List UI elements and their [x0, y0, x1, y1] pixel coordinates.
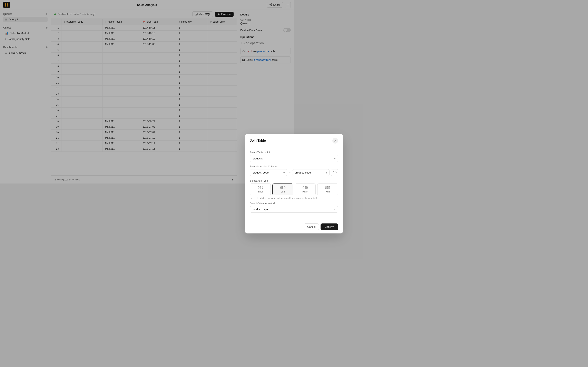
matching-cols-label: Select Matching Columns	[250, 165, 294, 168]
modal-header: Join Table ✕	[245, 134, 294, 147]
modal-body: Select Table to Join products Select Mat…	[245, 147, 294, 184]
modal-overlay: Join Table ✕ Select Table to Join produc…	[0, 0, 294, 184]
table-select-wrapper: products	[250, 155, 294, 162]
join-btn-inner[interactable]: Inner	[250, 184, 271, 184]
col-right-select[interactable]: product_code	[292, 169, 294, 176]
modal-title: Join Table	[250, 139, 266, 142]
col-right-wrapper: product_code	[292, 169, 294, 176]
select-table-label: Select Table to Join	[250, 151, 294, 154]
col-left-select[interactable]: product_code	[250, 169, 287, 176]
col-left-wrapper: product_code	[250, 169, 287, 176]
select-table-group: Select Table to Join products	[250, 151, 294, 162]
join-btn-left[interactable]: Left	[272, 184, 293, 184]
join-type-buttons: Inner Left	[250, 184, 294, 184]
join-type-group: Select Join Type Inner	[250, 179, 294, 184]
table-select[interactable]: products	[250, 155, 294, 162]
join-type-label: Select Join Type	[250, 179, 294, 182]
matching-cols-row: product_code = product_code { }	[250, 169, 294, 176]
join-table-modal: Join Table ✕ Select Table to Join produc…	[245, 134, 294, 184]
equals-sign: =	[289, 171, 291, 174]
matching-cols-group: Select Matching Columns product_code = p…	[250, 165, 294, 176]
